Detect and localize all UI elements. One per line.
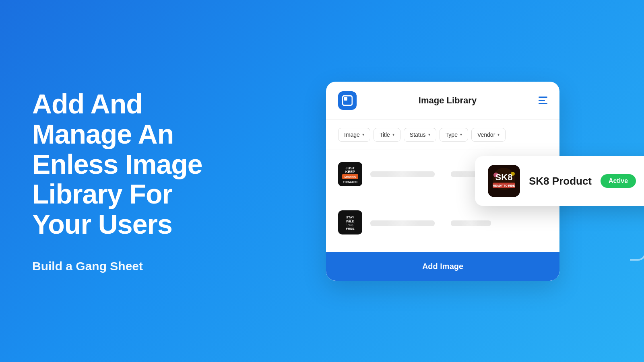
filter-type-label: Type — [446, 132, 458, 138]
highlighted-product-row[interactable]: SK8 READY TO RIDE SK8 Product Active Gan… — [475, 156, 644, 206]
table-row: STAY WILD AND FREE — [326, 202, 559, 244]
svg-text:FORWARD: FORWARD — [343, 181, 357, 183]
svg-text:STAY: STAY — [346, 216, 355, 219]
filter-status-button[interactable]: Status ▾ — [404, 128, 436, 142]
chevron-down-icon: ▾ — [428, 132, 430, 137]
svg-text:KEEP: KEEP — [345, 170, 355, 174]
chevron-down-icon: ▾ — [497, 132, 500, 137]
filter-title-button[interactable]: Title ▾ — [374, 128, 400, 142]
status-badge: Active — [601, 174, 636, 188]
left-section: Add And Manage An Enless Image Library F… — [0, 65, 242, 297]
svg-rect-1 — [344, 97, 347, 101]
filter-vendor-label: Vendor — [477, 132, 495, 138]
chevron-down-icon: ▾ — [362, 132, 364, 137]
card-title: Image Library — [419, 95, 477, 106]
svg-text:MOVING: MOVING — [345, 176, 356, 179]
filter-type-button[interactable]: Type ▾ — [440, 128, 468, 142]
skeleton-title — [370, 171, 435, 177]
sub-heading: Build a Gang Sheet — [32, 259, 209, 273]
sk8-product-image: SK8 READY TO RIDE — [488, 165, 520, 197]
add-image-button[interactable]: Add Image — [326, 252, 559, 281]
svg-text:READY TO RIDE: READY TO RIDE — [493, 184, 515, 187]
right-section: Image Library Image ▾ Title ▾ Status ▾ — [242, 0, 644, 362]
filter-title-label: Title — [380, 132, 390, 138]
main-heading: Add And Manage An Enless Image Library F… — [32, 89, 209, 239]
svg-text:AND: AND — [348, 224, 353, 226]
filter-vendor-button[interactable]: Vendor ▾ — [471, 128, 506, 142]
app-logo-icon — [338, 91, 357, 110]
filter-bar: Image ▾ Title ▾ Status ▾ Type ▾ Vendor ▾ — [326, 120, 559, 150]
skeleton-status — [451, 220, 491, 226]
product-name: SK8 Product — [529, 175, 592, 187]
hamburger-menu-icon[interactable] — [539, 97, 547, 104]
skeleton-title — [370, 220, 435, 226]
curve-decoration — [630, 245, 644, 261]
product-image: STAY WILD AND FREE — [338, 210, 362, 236]
filter-image-button[interactable]: Image ▾ — [338, 128, 370, 142]
filter-image-label: Image — [344, 132, 360, 138]
chevron-down-icon: ▾ — [392, 132, 394, 137]
card-header: Image Library — [326, 82, 559, 120]
product-image: JUST KEEP MOVING FORWARD — [338, 162, 362, 186]
filter-status-label: Status — [410, 132, 426, 138]
svg-text:SK8: SK8 — [495, 172, 513, 182]
chevron-down-icon: ▾ — [460, 132, 462, 137]
